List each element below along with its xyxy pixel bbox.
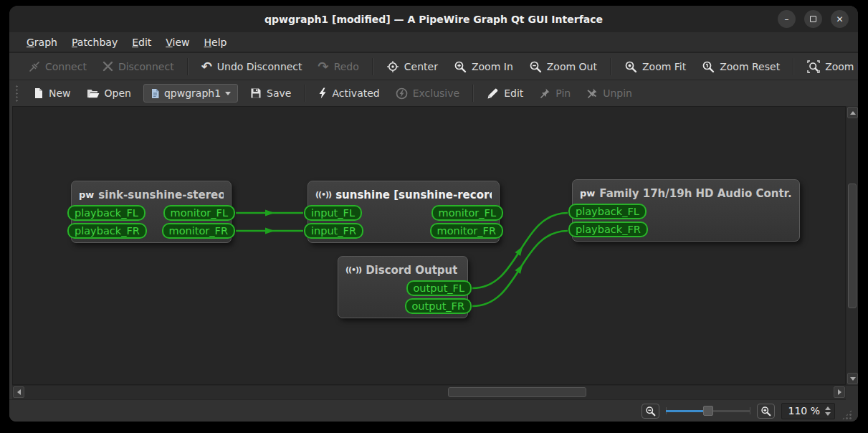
horizontal-scroll-thumb[interactable] — [448, 387, 586, 397]
connect-icon — [29, 61, 40, 72]
zoom-range-icon — [807, 60, 820, 73]
toolbar-separator — [304, 85, 305, 102]
node-header: pw Family 17h/19h HD Audio Contr... — [573, 180, 799, 204]
zoom-fit-button[interactable]: Zoom Fit — [616, 57, 694, 77]
scrollbar-corner — [846, 386, 858, 400]
pin-button[interactable]: Pin — [531, 84, 578, 103]
window-title: qpwgraph1 [modified] — A PipeWire Graph … — [264, 14, 603, 25]
save-icon — [250, 87, 262, 99]
scroll-right-button[interactable] — [834, 386, 845, 398]
zoom-reset-icon — [702, 60, 715, 73]
zoom-slider-handle[interactable] — [703, 406, 713, 416]
port-output-fl[interactable]: output_FL — [406, 280, 472, 296]
scroll-left-button[interactable] — [13, 386, 24, 398]
port-playback-fr[interactable]: playback_FR — [568, 222, 648, 237]
zoom-value: 110 % — [788, 405, 820, 417]
toolbar-separator — [793, 58, 794, 75]
port-monitor-fr[interactable]: monitor_FR — [430, 223, 503, 239]
zoom-in-icon — [760, 406, 771, 417]
zoom-slider[interactable] — [666, 404, 750, 417]
node-discord-output[interactable]: ((•)) Discord Output output_FL output_FR — [338, 256, 468, 318]
scroll-up-button[interactable] — [847, 107, 858, 118]
port-monitor-fl[interactable]: monitor_FL — [431, 205, 503, 221]
zoom-out-icon — [529, 60, 542, 73]
toolbar-separator — [372, 58, 373, 75]
stream-icon: ((•)) — [315, 191, 331, 199]
redo-button[interactable]: ↷ Redo — [310, 57, 367, 76]
save-button[interactable]: Save — [242, 84, 299, 103]
exclusive-bolt-icon — [396, 87, 408, 100]
spin-up-button[interactable] — [825, 406, 831, 410]
canvas-zone: pw sink-sunshine-stereo playback_FL moni… — [9, 106, 858, 385]
resize-grip[interactable] — [841, 409, 852, 420]
session-select[interactable]: qpwgraph1 — [143, 84, 238, 103]
node-sunshine-record[interactable]: ((•)) sunshine [sunshine-record] input_F… — [307, 181, 500, 243]
edit-pencil-icon — [487, 87, 499, 100]
zoom-range-button[interactable]: Zoom Range — [799, 57, 858, 77]
zoom-in-icon — [454, 60, 467, 73]
port-input-fr[interactable]: input_FR — [304, 223, 363, 239]
new-button[interactable]: New — [25, 84, 79, 103]
window-controls: – ✕ — [778, 10, 849, 28]
spin-arrows — [825, 406, 831, 416]
edit-button[interactable]: Edit — [479, 84, 531, 103]
menu-graph[interactable]: Graph — [19, 34, 65, 50]
arrow-down-icon — [850, 377, 856, 381]
port-playback-fl[interactable]: playback_FL — [568, 204, 647, 219]
node-sink-sunshine-stereo[interactable]: pw sink-sunshine-stereo playback_FL moni… — [71, 181, 232, 243]
statusbar: 110 % — [9, 399, 858, 422]
scroll-down-button[interactable] — [847, 373, 858, 384]
app-window: qpwgraph1 [modified] — A PipeWire Graph … — [9, 6, 858, 422]
arrow-left-icon — [17, 389, 21, 395]
node-header: pw sink-sunshine-stereo — [72, 181, 231, 205]
toolbar-separator — [187, 58, 189, 75]
zoom-spinbox[interactable]: 110 % — [781, 403, 835, 419]
undo-disconnect-button[interactable]: ↶ Undo Disconnect — [194, 57, 310, 76]
new-file-icon — [33, 87, 44, 99]
minimize-icon: – — [785, 15, 789, 24]
exclusive-toggle[interactable]: Exclusive — [388, 84, 467, 103]
close-button[interactable]: ✕ — [831, 10, 849, 28]
open-button[interactable]: Open — [79, 84, 139, 103]
connect-button[interactable]: Connect — [21, 57, 95, 76]
vertical-scrollbar[interactable] — [846, 106, 858, 385]
zoom-in-button[interactable]: Zoom In — [446, 57, 521, 77]
port-playback-fr[interactable]: playback_FR — [67, 223, 147, 239]
node-header: ((•)) sunshine [sunshine-record] — [308, 181, 499, 205]
horizontal-scrollbar[interactable] — [12, 385, 858, 399]
minimize-button[interactable]: – — [778, 10, 796, 28]
center-button[interactable]: Center — [378, 57, 446, 77]
open-folder-icon — [87, 88, 100, 99]
activated-bolt-icon — [318, 87, 327, 99]
spin-down-button[interactable] — [825, 412, 831, 416]
unpin-icon — [586, 87, 598, 99]
node-title: sink-sunshine-stereo — [98, 189, 224, 201]
statusbar-zoom-out-button[interactable] — [642, 404, 659, 419]
menu-edit[interactable]: Edit — [125, 34, 158, 50]
port-playback-fl[interactable]: playback_FL — [67, 205, 146, 221]
port-input-fl[interactable]: input_FL — [304, 205, 362, 221]
zoom-reset-button[interactable]: Zoom Reset — [694, 57, 788, 77]
toolbar-drag-handle[interactable] — [15, 85, 19, 102]
center-icon — [386, 60, 399, 73]
node-family-hd-audio[interactable]: pw Family 17h/19h HD Audio Contr... play… — [572, 179, 800, 242]
zoom-out-button[interactable]: Zoom Out — [521, 57, 605, 77]
menu-patchbay[interactable]: Patchbay — [65, 34, 125, 50]
titlebar[interactable]: qpwgraph1 [modified] — A PipeWire Graph … — [9, 6, 858, 32]
statusbar-zoom-in-button[interactable] — [757, 404, 775, 419]
zoom-out-icon — [645, 406, 656, 417]
port-monitor-fl[interactable]: monitor_FL — [163, 205, 235, 221]
port-monitor-fr[interactable]: monitor_FR — [162, 223, 235, 239]
maximize-button[interactable] — [804, 10, 822, 28]
disconnect-button[interactable]: Disconnect — [95, 57, 182, 76]
menu-view[interactable]: View — [158, 34, 196, 50]
graph-canvas[interactable]: pw sink-sunshine-stereo playback_FL moni… — [12, 106, 846, 385]
slider-fill — [666, 410, 707, 412]
port-output-fr[interactable]: output_FR — [405, 298, 472, 314]
node-title: Discord Output — [366, 264, 457, 277]
unpin-button[interactable]: Unpin — [578, 84, 640, 103]
activated-toggle[interactable]: Activated — [310, 84, 387, 103]
maximize-icon — [810, 16, 816, 22]
vertical-scroll-thumb[interactable] — [848, 184, 857, 308]
menu-help[interactable]: Help — [197, 34, 234, 50]
